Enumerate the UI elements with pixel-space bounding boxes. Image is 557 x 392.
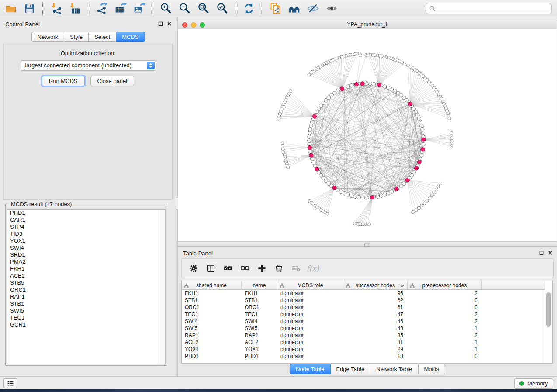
- dominator-node[interactable]: [312, 114, 316, 118]
- network-node[interactable]: [349, 83, 353, 87]
- leaf-node[interactable]: [423, 202, 426, 205]
- network-node[interactable]: [390, 87, 393, 91]
- table-options-button[interactable]: [188, 263, 199, 274]
- network-node[interactable]: [343, 192, 346, 195]
- leaf-node[interactable]: [426, 199, 429, 202]
- dominator-node[interactable]: [405, 178, 409, 182]
- network-node[interactable]: [336, 188, 339, 192]
- network-node[interactable]: [420, 124, 423, 127]
- mcds-result-item[interactable]: CAR1: [7, 217, 165, 224]
- leaf-node[interactable]: [428, 196, 431, 199]
- mcds-result-item[interactable]: GCR1: [7, 321, 165, 328]
- list-scrollbar[interactable]: [159, 210, 165, 364]
- deselect-all-rows-button[interactable]: [239, 263, 250, 274]
- network-node[interactable]: [390, 190, 393, 193]
- table-row[interactable]: SWI4SWI4dominator462: [182, 318, 552, 325]
- dominator-node[interactable]: [394, 187, 398, 191]
- tab-select[interactable]: Select: [89, 32, 116, 42]
- network-node[interactable]: [315, 110, 318, 113]
- mcds-result-item[interactable]: TID3: [7, 230, 165, 237]
- zoom-window-button[interactable]: [200, 22, 205, 28]
- mcds-result-item[interactable]: STP4: [7, 224, 165, 230]
- network-node[interactable]: [361, 196, 364, 199]
- mcds-result-item[interactable]: SWI5: [7, 307, 165, 314]
- leaf-node[interactable]: [366, 53, 369, 56]
- hide-selected-button[interactable]: [305, 1, 321, 16]
- network-node[interactable]: [421, 131, 425, 135]
- leaf-node[interactable]: [435, 188, 438, 191]
- leaf-node[interactable]: [437, 185, 440, 188]
- network-node[interactable]: [311, 161, 315, 164]
- leaf-node[interactable]: [308, 73, 311, 76]
- leaf-node[interactable]: [277, 117, 280, 120]
- network-node[interactable]: [383, 193, 386, 196]
- zoom-fit-button[interactable]: [195, 1, 211, 16]
- mcds-result-item[interactable]: TEC1: [7, 314, 165, 321]
- mcds-result-item[interactable]: FKH1: [7, 265, 165, 272]
- leaf-node[interactable]: [326, 212, 329, 215]
- network-node[interactable]: [308, 150, 312, 153]
- save-session-button[interactable]: [21, 1, 38, 16]
- leaf-node[interactable]: [439, 182, 442, 185]
- export-image-button[interactable]: [131, 1, 147, 16]
- sort-chevron-icon[interactable]: [400, 285, 404, 287]
- show-all-button[interactable]: [324, 1, 340, 16]
- tab-style[interactable]: Style: [64, 32, 89, 42]
- network-node[interactable]: [422, 142, 425, 146]
- dominator-node[interactable]: [417, 160, 421, 164]
- leaf-node[interactable]: [433, 191, 436, 194]
- scrollbar-thumb[interactable]: [546, 292, 551, 327]
- network-node[interactable]: [310, 157, 314, 161]
- network-node[interactable]: [416, 113, 419, 117]
- mcds-result-item[interactable]: RAP1: [7, 293, 165, 300]
- mcds-result-list[interactable]: PHD1CAR1STP4TID3YOX1SWI4SRD1PMA2FKH1ACE2…: [7, 209, 166, 364]
- network-node[interactable]: [308, 131, 311, 135]
- network-node[interactable]: [379, 194, 383, 197]
- network-node[interactable]: [308, 135, 311, 138]
- dominator-node[interactable]: [360, 82, 364, 86]
- column-header-mcds-role[interactable]: MCDS role: [277, 281, 343, 290]
- network-node[interactable]: [420, 154, 423, 157]
- add-column-button[interactable]: [256, 263, 267, 274]
- tab-edge-table[interactable]: Edge Table: [330, 364, 370, 374]
- float-panel-icon[interactable]: [539, 251, 544, 255]
- network-node[interactable]: [310, 120, 314, 124]
- network-window-titlebar[interactable]: YPA_prune.txt_1: [178, 20, 557, 29]
- leaf-node[interactable]: [450, 131, 453, 134]
- network-node[interactable]: [357, 196, 360, 199]
- dominator-node[interactable]: [422, 138, 426, 141]
- search-field[interactable]: [426, 3, 552, 14]
- zoom-out-button[interactable]: [176, 1, 193, 16]
- mcds-result-item[interactable]: STB1: [7, 300, 165, 307]
- network-node[interactable]: [349, 194, 353, 197]
- network-canvas[interactable]: [178, 29, 557, 241]
- table-row[interactable]: PHD1PHD1dominator180: [182, 353, 552, 360]
- network-node[interactable]: [421, 127, 424, 131]
- nested-networks-button[interactable]: [286, 1, 302, 16]
- network-node[interactable]: [339, 190, 343, 193]
- refresh-button[interactable]: [241, 1, 257, 16]
- leaf-node[interactable]: [359, 54, 362, 57]
- delete-column-button[interactable]: [273, 263, 284, 274]
- float-panel-icon[interactable]: [158, 21, 163, 26]
- column-header-predecessor-nodes[interactable]: predecessor nodes: [408, 281, 482, 290]
- network-node[interactable]: [309, 124, 313, 127]
- column-header-successor-nodes[interactable]: successor nodes: [343, 281, 408, 290]
- mcds-result-item[interactable]: PHD1: [7, 210, 165, 217]
- table-row[interactable]: YOX1YOX1connector291: [182, 346, 552, 353]
- optimization-criterion-select[interactable]: largest connected component (undirected): [21, 60, 156, 71]
- close-window-button[interactable]: [182, 22, 187, 28]
- mcds-result-item[interactable]: SWI4: [7, 244, 165, 251]
- toggle-columns-button[interactable]: [205, 263, 216, 274]
- leaf-node[interactable]: [281, 142, 284, 145]
- column-header-name[interactable]: name: [242, 281, 277, 290]
- network-node[interactable]: [419, 120, 422, 124]
- dominator-node[interactable]: [408, 102, 412, 106]
- tab-motifs[interactable]: Motifs: [418, 364, 445, 374]
- search-input[interactable]: [437, 4, 549, 14]
- dominator-node[interactable]: [421, 148, 425, 151]
- network-node[interactable]: [393, 89, 397, 93]
- mcds-result-item[interactable]: YOX1: [7, 237, 165, 244]
- network-node[interactable]: [353, 195, 357, 198]
- leaf-node[interactable]: [430, 194, 433, 197]
